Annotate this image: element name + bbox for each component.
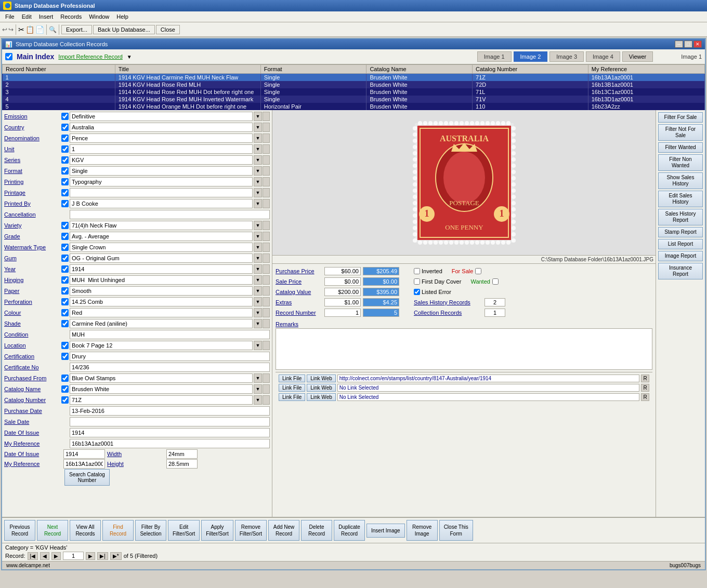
action-btn-11[interactable]: Insert Image [366, 524, 405, 538]
field-input-cancellation[interactable] [70, 210, 270, 219]
field-input-sale_date[interactable] [70, 417, 270, 426]
link-web-2[interactable]: Link Web [307, 384, 336, 392]
action-btn-5[interactable]: Edit Filter/Sort [168, 520, 200, 541]
table-row[interactable]: 3 1914 KGV Head Rose Red MUH Dot before … [3, 88, 705, 96]
purchase-price-label[interactable]: Purchase Price [276, 268, 322, 274]
field-dropdown-year[interactable]: ▼ [254, 264, 262, 274]
table-row[interactable]: 2 1914 KGV Head Rose Red MLH Single Brus… [3, 81, 705, 88]
field-label-series[interactable]: Series [4, 157, 61, 163]
catalog-value-label[interactable]: Catalog Value [276, 289, 322, 295]
field-dropdown-watermark_type[interactable]: ▼ [254, 243, 262, 252]
field-check-hinging[interactable] [61, 276, 69, 284]
field-check-denomination[interactable] [61, 135, 69, 142]
right-btn-image-report[interactable]: Image Report [658, 251, 703, 261]
image4-tab[interactable]: Image 4 [586, 51, 620, 62]
sale-price-label[interactable]: Sale Price [276, 278, 322, 285]
menu-help[interactable]: Help [113, 12, 132, 21]
field-dropdown-purchased_from[interactable]: ▼ [254, 373, 262, 383]
field-label-condition[interactable]: Condition [4, 331, 61, 338]
action-btn-4[interactable]: Filter By Selection [135, 520, 166, 541]
field-label-grade[interactable]: Grade [4, 233, 61, 239]
action-btn-12[interactable]: Remove Image [407, 520, 438, 541]
nav-first-btn[interactable]: |◀ [28, 552, 38, 560]
field-check-catalog_number[interactable] [61, 396, 69, 404]
field-dropdown-paper[interactable]: ▼ [254, 286, 262, 296]
field-dropdown-catalog_name[interactable]: ▼ [254, 384, 262, 394]
action-btn-1[interactable]: Next Record [37, 520, 68, 541]
record-number-label[interactable]: Record Number [276, 310, 322, 316]
field-check-printed_by[interactable] [61, 200, 69, 207]
field-check-variety[interactable] [61, 222, 69, 229]
field-input-certification[interactable] [70, 352, 270, 361]
field-input-printage[interactable] [70, 188, 253, 197]
close-btn[interactable]: ✕ [693, 41, 702, 48]
action-btn-2[interactable]: View All Records [70, 520, 101, 541]
field-label-cancellation[interactable]: Cancellation [4, 211, 61, 218]
field-input-purchase_date[interactable] [70, 406, 270, 416]
remarks-label[interactable]: Remarks [276, 321, 298, 327]
field-label-gum[interactable]: Gum [4, 255, 61, 261]
field-dropdown-location[interactable]: ▼ [254, 341, 262, 350]
field-label-catalog_name[interactable]: Catalog Name [4, 386, 61, 392]
field-input-date-of-issue[interactable] [63, 449, 105, 459]
field-dropdown-printage[interactable]: ▼ [254, 188, 262, 197]
link-web-3[interactable]: Link Web [307, 393, 336, 401]
field-label-my-reference[interactable]: My Reference [4, 461, 61, 467]
field-check-printage[interactable] [61, 189, 69, 196]
field-dropdown-gum[interactable]: ▼ [254, 253, 262, 263]
field-dropdown-perforation[interactable]: ▼ [254, 297, 262, 306]
field-dropdown-country[interactable]: ▼ [254, 123, 262, 132]
inverted-checkbox[interactable] [414, 268, 420, 274]
field-label-date-of-issue[interactable]: Date Of Issue [4, 451, 61, 457]
table-row[interactable]: 1 1914 KGV Head Carmine Red MUH Neck Fla… [3, 74, 705, 82]
search-catalog-btn[interactable]: Search CatalogNumber [64, 469, 110, 486]
field-dropdown-hinging[interactable]: ▼ [254, 275, 262, 285]
action-btn-10[interactable]: Duplicate Record [334, 520, 365, 541]
record-number-nav[interactable] [63, 552, 84, 560]
import-dropdown-arrow[interactable]: ▼ [127, 54, 132, 60]
action-btn-6[interactable]: Apply Filter/Sort [201, 520, 233, 541]
field-check-format[interactable] [61, 167, 69, 175]
field-dropdown-catalog_number[interactable]: ▼ [254, 395, 262, 405]
right-btn-sales-history-report[interactable]: Sales History Report [658, 209, 703, 225]
field-input-catalog_number[interactable] [70, 395, 253, 405]
action-btn-3[interactable]: Find Record [102, 520, 134, 541]
field-input-date_of_issue[interactable] [70, 428, 270, 437]
right-btn-list-report[interactable]: List Report [658, 239, 703, 249]
field-check-series[interactable] [61, 156, 69, 164]
nav-next2-btn[interactable]: ▶ [86, 552, 95, 560]
sale-price-input1[interactable] [324, 277, 361, 286]
sales-history-input[interactable] [485, 298, 505, 306]
field-label-emission[interactable]: Emission [4, 113, 61, 119]
link-url-3[interactable] [337, 393, 639, 401]
field-dropdown-denomination[interactable]: ▼ [254, 133, 262, 143]
field-label-paper[interactable]: Paper [4, 288, 61, 294]
field-label-location[interactable]: Location [4, 342, 61, 349]
field-check-paper[interactable] [61, 287, 69, 295]
field-label-year[interactable]: Year [4, 266, 61, 272]
field-label-printed_by[interactable]: Printed By [4, 201, 61, 207]
menu-edit[interactable]: Edit [19, 12, 35, 21]
nav-new-btn[interactable]: ▶* [110, 552, 122, 560]
field-label-denomination[interactable]: Denomination [4, 135, 61, 141]
menu-file[interactable]: File [2, 12, 18, 21]
field-label-my_reference[interactable]: My Reference [4, 440, 61, 447]
field-input-printed_by[interactable] [70, 199, 253, 208]
field-input-height[interactable] [166, 459, 198, 469]
field-label-colour[interactable]: Colour [4, 310, 61, 316]
field-label-height[interactable]: Height [107, 461, 164, 467]
maximize-btn[interactable]: □ [684, 41, 692, 48]
record-number-input1[interactable] [324, 309, 361, 317]
field-input-watermark_type[interactable] [70, 243, 253, 252]
field-check-emission[interactable] [61, 113, 69, 120]
field-input-my-reference[interactable] [63, 459, 105, 469]
catalog-value-input1[interactable] [324, 288, 361, 296]
catalog-value-input2[interactable] [363, 288, 399, 296]
field-dropdown-series[interactable]: ▼ [254, 155, 262, 165]
sale-price-input2[interactable] [363, 277, 399, 286]
field-dropdown-printed_by[interactable]: ▼ [254, 199, 262, 208]
field-check-purchased_from[interactable] [61, 375, 69, 382]
field-dropdown-colour[interactable]: ▼ [254, 308, 262, 317]
field-input-denomination[interactable] [70, 133, 253, 143]
right-btn-edit-sales-history[interactable]: Edit Sales History [658, 191, 703, 207]
